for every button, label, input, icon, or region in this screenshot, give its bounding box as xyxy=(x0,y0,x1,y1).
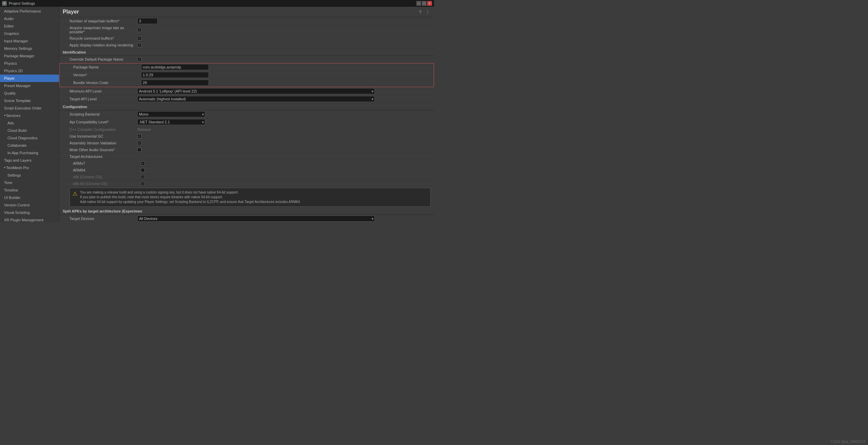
sidebar-item-ads[interactable]: Ads xyxy=(0,119,59,127)
row-cpp-compiler: C++ Compiler Configuration Release xyxy=(59,126,434,133)
sidebar-item-ui-builder[interactable]: UI Builder xyxy=(0,194,59,201)
sidebar-item-collaborate[interactable]: Collaborate xyxy=(0,142,59,149)
value-target-devices: All Devices xyxy=(137,216,431,222)
sidebar-label-quality: Quality xyxy=(4,90,16,96)
row-api-compat: Api Compatibility Level* .NET Standard 2… xyxy=(59,118,434,126)
sidebar-item-in-app-purchasing[interactable]: In-App Purchasing xyxy=(0,149,59,157)
sidebar-item-physics-2d[interactable]: Physics 2D xyxy=(0,67,59,75)
minimize-button[interactable]: ─ xyxy=(416,1,421,6)
row-display-rotation: Apply display rotation during rendering xyxy=(59,42,434,48)
sidebar-item-timeline[interactable]: Timeline xyxy=(0,186,59,194)
sidebar-item-script-execution-order[interactable]: Script Execution Order xyxy=(0,104,59,112)
help-icon-button[interactable]: ? xyxy=(417,9,423,15)
sidebar-item-memory-settings[interactable]: Memory Settings xyxy=(0,45,59,52)
input-swapchain-buffers[interactable] xyxy=(137,18,158,24)
sidebar-label-ads: Ads xyxy=(7,120,14,126)
title-bar: ⚙ Project Settings ─ □ ✕ xyxy=(0,0,434,7)
close-button[interactable]: ✕ xyxy=(427,1,432,6)
label-cpp-compiler: C++ Compiler Configuration xyxy=(70,127,137,132)
sidebar-item-preset-manager[interactable]: Preset Manager xyxy=(0,82,59,89)
sidebar-label-package-manager: Package Manager xyxy=(4,53,34,59)
sidebar-item-time[interactable]: Time xyxy=(0,179,59,186)
sidebar-item-version-control[interactable]: Version Control xyxy=(0,201,59,209)
checkbox-acquire-late[interactable] xyxy=(137,28,141,32)
sidebar-item-scene-template[interactable]: Scene Template xyxy=(0,97,59,104)
checkbox-assembly-validation[interactable] xyxy=(137,141,141,145)
sidebar-item-audio[interactable]: Audio xyxy=(0,15,59,22)
value-mute-audio xyxy=(137,148,431,152)
label-mute-audio: Mute Other Audio Sources* xyxy=(70,148,137,152)
sidebar-item-cloud-build[interactable]: Cloud Build xyxy=(0,127,59,134)
sidebar-item-settings[interactable]: Settings xyxy=(0,171,59,179)
label-recycle-buffers: Recycle command buffers* xyxy=(70,36,137,40)
sidebar-item-services[interactable]: ▾Services xyxy=(0,112,59,119)
sidebar-label-xr-plugin-management: XR Plugin Management xyxy=(4,217,43,222)
sidebar-item-input-manager[interactable]: Input Manager xyxy=(0,37,59,45)
sidebar-label-textmesh-pro: TextMesh Pro xyxy=(6,165,29,171)
sidebar-item-textmesh-pro[interactable]: ▾TextMesh Pro xyxy=(0,164,59,171)
sidebar-item-graphics[interactable]: Graphics xyxy=(0,30,59,37)
sidebar-label-time: Time xyxy=(4,180,12,186)
warning-box: ⚠ You are making a release build and usi… xyxy=(70,188,431,207)
sidebar-item-adaptive-performance[interactable]: Adaptive Performance xyxy=(0,7,59,15)
sidebar-label-cloud-diagnostics: Cloud Diagnostics xyxy=(7,135,38,141)
sidebar-label-settings: Settings xyxy=(7,172,21,178)
dropdown-scripting-backend[interactable]: Mono xyxy=(137,111,205,117)
sidebar-label-physics: Physics xyxy=(4,60,17,66)
sidebar-label-audio: Audio xyxy=(4,16,14,22)
sidebar-item-editor[interactable]: Editor xyxy=(0,22,59,30)
sidebar-item-package-manager[interactable]: Package Manager xyxy=(0,52,59,60)
dropdown-target-api[interactable]: Automatic (highest installed) xyxy=(137,96,375,102)
dropdown-target-devices-wrapper: All Devices xyxy=(137,216,375,222)
sidebar-item-tags-and-layers[interactable]: Tags and Layers xyxy=(0,157,59,164)
options-icon-button[interactable]: ⋮ xyxy=(425,9,431,15)
label-api-compat: Api Compatibility Level* xyxy=(70,120,137,124)
sidebar-label-collaborate: Collaborate xyxy=(7,142,26,148)
row-target-arch-header: Target Architectures xyxy=(59,153,434,160)
row-incremental-gc: Use Incremental GC xyxy=(59,133,434,140)
label-target-devices: Target Devices xyxy=(70,217,137,221)
value-armv7 xyxy=(141,161,431,165)
dropdown-api-compat[interactable]: .NET Standard 2.1 xyxy=(137,119,205,125)
input-bundle-version-code[interactable] xyxy=(141,80,209,86)
sidebar-item-visual-scripting[interactable]: Visual Scripting xyxy=(0,209,59,216)
checkbox-display-rotation[interactable] xyxy=(137,43,141,47)
checkbox-arm64[interactable] xyxy=(141,168,145,172)
warning-icon: ⚠ xyxy=(73,190,77,198)
header-icons: ? ⋮ xyxy=(417,9,431,15)
sidebar-item-physics[interactable]: Physics xyxy=(0,60,59,67)
value-min-api: Android 5.1 'Lollipop' (API level 22) xyxy=(137,88,431,94)
value-target-api: Automatic (highest installed) xyxy=(137,96,431,102)
checkbox-incremental-gc[interactable] xyxy=(137,134,141,138)
sidebar-item-cloud-diagnostics[interactable]: Cloud Diagnostics xyxy=(0,134,59,142)
checkbox-armv7[interactable] xyxy=(141,161,145,165)
row-armv7: ARMv7 xyxy=(59,160,434,167)
checkbox-mute-audio[interactable] xyxy=(137,148,141,152)
value-x8664-chromeos xyxy=(141,182,431,186)
sidebar-item-player[interactable]: Player xyxy=(0,75,59,82)
sidebar-label-ui-builder: UI Builder xyxy=(4,195,20,201)
value-package-name xyxy=(141,64,430,70)
sidebar-label-version-control: Version Control xyxy=(4,202,29,208)
row-x86-chromeos: x86 (Chrome OS) xyxy=(59,174,434,180)
sidebar-label-visual-scripting: Visual Scripting xyxy=(4,209,30,216)
sidebar-label-input-manager: Input Manager xyxy=(4,38,28,44)
checkbox-x86-chromeos xyxy=(141,175,145,179)
checkbox-recycle-buffers[interactable] xyxy=(137,36,141,40)
value-assembly-validation xyxy=(137,141,431,145)
sidebar-label-cloud-build: Cloud Build xyxy=(7,127,26,134)
maximize-button[interactable]: □ xyxy=(422,1,427,6)
value-arm64 xyxy=(141,168,431,172)
sidebar-item-quality[interactable]: Quality xyxy=(0,89,59,97)
input-package-name[interactable] xyxy=(141,64,209,70)
input-version[interactable] xyxy=(141,72,209,78)
dropdown-min-api-wrapper: Android 5.1 'Lollipop' (API level 22) xyxy=(137,88,375,94)
sidebar-label-player: Player xyxy=(4,75,15,81)
value-override-package xyxy=(137,57,431,61)
dropdown-min-api[interactable]: Android 5.1 'Lollipop' (API level 22) xyxy=(137,88,375,94)
dropdown-scripting-backend-wrapper: Mono xyxy=(137,111,205,117)
checkbox-override-package[interactable] xyxy=(137,57,141,61)
dropdown-target-devices[interactable]: All Devices xyxy=(137,216,375,222)
sidebar-label-timeline: Timeline xyxy=(4,187,18,193)
sidebar-item-xr-plugin-management[interactable]: XR Plugin Management xyxy=(0,216,59,222)
